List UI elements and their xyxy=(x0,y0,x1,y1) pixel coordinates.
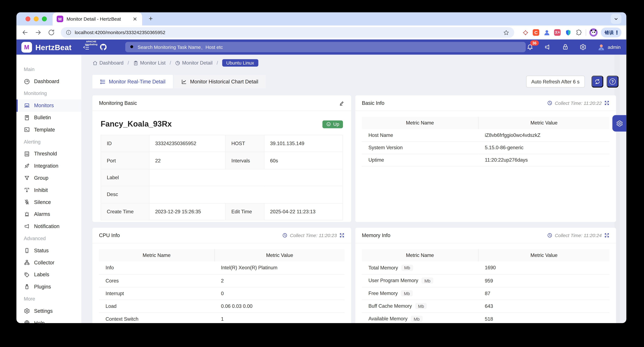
theme-settings-float-button[interactable] xyxy=(612,115,626,132)
breadcrumb: Dashboard / Monitor List / Monitor Detai… xyxy=(92,58,626,68)
global-search[interactable] xyxy=(125,42,526,52)
smile-icon xyxy=(326,122,331,127)
zoom-window-button[interactable] xyxy=(42,17,47,22)
browser-menu-button[interactable]: 错误••• xyxy=(601,28,621,38)
reload-icon[interactable] xyxy=(48,29,55,36)
site-info-icon[interactable] xyxy=(66,30,72,35)
sidebar-item-labels[interactable]: Labels xyxy=(16,269,82,281)
tab-title: Monitor Detail - HertzBeat xyxy=(66,17,132,22)
breadcrumb-dashboard[interactable]: Dashboard xyxy=(92,60,124,66)
monitor-fields-table: ID 333242350365952 HOST 39.101.135.149 P… xyxy=(100,135,343,220)
tab-realtime-detail[interactable]: Monitor Real-Time Detail xyxy=(92,75,173,89)
close-window-button[interactable] xyxy=(26,17,30,22)
browser-tab-strip: M Monitor Detail - HertzBeat ✕ + xyxy=(16,12,626,26)
sidebar-section-advanced: Advanced xyxy=(16,232,82,244)
sidebar-item-plugins[interactable]: Plugins xyxy=(16,281,82,293)
user-menu[interactable]: admin xyxy=(597,43,621,51)
sidebar-item-silence[interactable]: Silence xyxy=(16,196,82,208)
tab-historical-chart-detail[interactable]: Monitor Historical Chart Detail xyxy=(174,75,266,89)
breadcrumb-monitor-list[interactable]: Monitor List xyxy=(133,60,166,66)
sidebar-item-collector[interactable]: Collector xyxy=(16,257,82,269)
browser-tab[interactable]: M Monitor Detail - HertzBeat ✕ xyxy=(52,12,142,26)
hertzbeat-logo[interactable]: M xyxy=(22,42,32,52)
sidebar-item-status[interactable]: Status xyxy=(16,244,82,257)
assistant-extension-icon[interactable] xyxy=(543,29,550,36)
sidebar-item-alarms[interactable]: Alarms xyxy=(16,208,82,220)
notifications-button[interactable]: 36 xyxy=(526,44,534,51)
expand-icon[interactable] xyxy=(604,233,610,238)
pen-icon[interactable] xyxy=(339,100,344,106)
metric-name: Host Name xyxy=(362,129,478,141)
basic-info-card: Basic Info Collect Time: 11:20:22 Metric… xyxy=(355,95,616,222)
table-row: Desc xyxy=(101,186,343,203)
table-row: Cores2 xyxy=(99,274,345,287)
minimize-window-button[interactable] xyxy=(34,17,39,22)
sidebar-item-template[interactable]: Template xyxy=(16,124,82,136)
brand-name: HertzBeat xyxy=(35,43,72,52)
breadcrumb-separator: / xyxy=(170,60,171,66)
brand: HertzBeat APACHEincubating xyxy=(35,40,72,55)
profile-avatar[interactable] xyxy=(590,28,598,37)
user-avatar xyxy=(597,43,605,51)
bookmark-star-icon[interactable] xyxy=(503,29,509,36)
tab-close-icon[interactable]: ✕ xyxy=(132,16,138,22)
metric-value: Intel(R) Xeon(R) Platinum xyxy=(214,261,344,274)
home-icon xyxy=(92,60,98,66)
monitor-name: Fancy_Koala_93Rx xyxy=(100,120,172,129)
csdn-extension-icon[interactable]: C xyxy=(532,29,540,36)
card-title: Basic Info xyxy=(362,100,384,106)
table-row: InfoIntel(R) Xeon(R) Platinum xyxy=(99,261,345,274)
sidebar-item-bulletin[interactable]: Bulletin xyxy=(16,112,82,124)
sidebar-item-monitors[interactable]: Monitors xyxy=(16,100,82,112)
speaker-icon[interactable] xyxy=(544,44,551,51)
new-tab-button[interactable]: + xyxy=(149,15,153,23)
sidebar-item-integration[interactable]: Integration xyxy=(16,160,82,172)
tab-search-chevron-icon[interactable] xyxy=(611,14,621,24)
table-row: ID 333242350365952 HOST 39.101.135.149 xyxy=(101,135,343,152)
detail-tabs-row: Monitor Real-Time Detail Monitor Histori… xyxy=(92,75,618,89)
metric-name: Context Switch xyxy=(99,312,214,323)
gear-icon[interactable] xyxy=(579,44,586,51)
sidebar-item-group[interactable]: Group xyxy=(16,172,82,184)
sidebar-item-help[interactable]: Help xyxy=(16,317,82,323)
sidebar-item-notification[interactable]: Notification xyxy=(16,220,82,232)
unit-badge: Mb xyxy=(401,290,413,296)
expand-icon[interactable] xyxy=(339,233,345,238)
url-text[interactable]: localhost:4200/monitors/333242350365952 xyxy=(75,30,503,35)
sidebar-item-threshold[interactable]: Threshold xyxy=(16,148,82,160)
breadcrumb-separator: / xyxy=(216,60,218,66)
field-label: Port xyxy=(101,152,149,169)
expand-icon[interactable] xyxy=(604,100,610,106)
translate-extension-icon[interactable]: 文A xyxy=(554,29,561,36)
list-icon xyxy=(100,79,106,84)
table-row: Available MemoryMb518 xyxy=(362,312,610,323)
forward-icon[interactable] xyxy=(34,29,42,36)
extensions-puzzle-icon[interactable] xyxy=(575,29,582,36)
screen: M Monitor Detail - HertzBeat ✕ + localho… xyxy=(0,0,644,347)
monitor-type-badge[interactable]: Ubuntu Linux xyxy=(222,59,258,67)
sidebar-item-settings[interactable]: Settings xyxy=(16,305,82,317)
table-row: Host NameiZ8vb6frfggio0wc4vdszkZ xyxy=(362,129,610,141)
refresh-button[interactable] xyxy=(592,76,603,88)
search-input[interactable] xyxy=(138,45,522,50)
sidebar-section-main: Main xyxy=(16,63,82,75)
back-icon[interactable] xyxy=(22,29,29,36)
app-header: M HertzBeat APACHEincubating 36 xyxy=(16,40,626,55)
settings-icon xyxy=(24,308,30,314)
browser-window: M Monitor Detail - HertzBeat ✕ + localho… xyxy=(16,12,626,323)
sidebar-item-dashboard[interactable]: Dashboard xyxy=(16,75,82,87)
breadcrumb-monitor-detail[interactable]: Monitor Detail xyxy=(175,60,212,66)
metric-name: Uptime xyxy=(362,154,478,166)
shield-extension-icon[interactable] xyxy=(564,29,572,36)
sidebar-item-inhibit[interactable]: Inhibit xyxy=(16,184,82,196)
lock-icon[interactable] xyxy=(562,44,569,51)
pie-chart-icon xyxy=(175,60,180,66)
collect-time: Collect Time: 11:20:23 xyxy=(282,233,344,238)
card-title: CPU Info xyxy=(99,232,120,238)
clock-icon xyxy=(547,100,552,106)
auto-refresh-button[interactable]: Auto Refresh After 6 s xyxy=(526,76,585,88)
kebab-menu-icon[interactable]: ••• xyxy=(616,30,618,35)
help-button[interactable]: ? xyxy=(606,76,618,88)
crab-extension-icon[interactable] xyxy=(522,29,529,36)
address-bar[interactable]: localhost:4200/monitors/333242350365952 xyxy=(61,27,514,38)
